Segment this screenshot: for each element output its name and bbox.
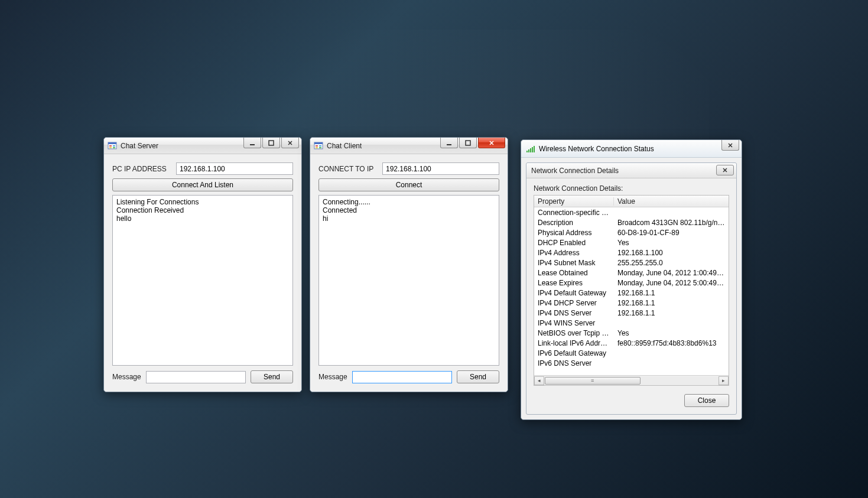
svg-rect-13 <box>319 147 321 148</box>
client-message-label: Message <box>318 373 347 381</box>
wireless-status-title: Wireless Network Connection Status <box>539 145 654 153</box>
property-cell: Lease Obtained <box>534 269 614 277</box>
property-cell: IPv4 Default Gateway <box>534 289 614 297</box>
scroll-track[interactable]: ≡ <box>544 376 719 385</box>
server-send-button[interactable]: Send <box>251 370 293 383</box>
svg-rect-19 <box>532 147 533 152</box>
details-close-button[interactable]: Close <box>684 394 729 407</box>
property-cell: Connection-specific DN... <box>534 209 614 217</box>
table-row[interactable]: Lease ExpiresMonday, June 04, 2012 5:00:… <box>534 278 729 288</box>
property-cell: IPv4 DNS Server <box>534 309 614 317</box>
scroll-left-arrow[interactable]: ◂ <box>534 376 544 385</box>
svg-rect-14 <box>447 144 451 145</box>
connect-to-ip-label: CONNECT TO IP <box>318 165 378 173</box>
chat-client-window: Chat Client CONNECT TO IP Connect Connec… <box>310 137 508 392</box>
minimize-button[interactable] <box>243 138 261 148</box>
svg-rect-15 <box>466 141 470 145</box>
table-row[interactable]: Connection-specific DN... <box>534 207 729 217</box>
minimize-button[interactable] <box>440 138 458 148</box>
table-row[interactable]: IPv4 Default Gateway192.168.1.1 <box>534 288 729 298</box>
app-icon <box>108 141 117 151</box>
svg-rect-9 <box>314 142 323 144</box>
svg-rect-7 <box>269 141 274 145</box>
svg-rect-18 <box>530 148 531 152</box>
server-log-textarea[interactable]: Listening For Connections Connection Rec… <box>112 195 293 366</box>
value-cell: Yes <box>614 329 729 337</box>
connect-and-listen-button[interactable]: Connect And Listen <box>112 178 293 191</box>
value-cell: 192.168.1.100 <box>614 249 729 257</box>
table-row[interactable]: Lease ObtainedMonday, June 04, 2012 1:00… <box>534 268 729 278</box>
close-button[interactable] <box>721 140 739 151</box>
close-button[interactable] <box>281 138 299 148</box>
value-cell: Monday, June 04, 2012 5:00:49 PM <box>614 279 729 287</box>
table-row[interactable]: IPv4 WINS Server <box>534 318 729 328</box>
maximize-button[interactable] <box>262 138 280 148</box>
property-cell: IPv4 WINS Server <box>534 319 614 327</box>
header-property[interactable]: Property <box>534 197 614 206</box>
network-details-title: Network Connection Details <box>531 167 619 175</box>
pc-ip-input[interactable] <box>176 162 293 175</box>
chat-client-titlebar[interactable]: Chat Client <box>310 138 508 154</box>
wireless-status-titlebar[interactable]: Wireless Network Connection Status <box>521 140 742 158</box>
header-value[interactable]: Value <box>614 197 729 206</box>
svg-rect-4 <box>109 147 112 148</box>
table-row[interactable]: Physical Address60-D8-19-01-CF-89 <box>534 227 729 237</box>
svg-rect-6 <box>250 144 255 145</box>
table-row[interactable]: DHCP EnabledYes <box>534 237 729 248</box>
value-cell: Broadcom 4313GN 802.11b/g/n 1x1 Wi- <box>614 219 729 227</box>
value-cell: 255.255.255.0 <box>614 259 729 267</box>
network-details-titlebar[interactable]: Network Connection Details <box>526 163 736 178</box>
chat-client-title: Chat Client <box>327 142 362 150</box>
server-message-label: Message <box>112 373 141 381</box>
property-cell: Link-local IPv6 Address <box>534 339 614 347</box>
scroll-thumb[interactable]: ≡ <box>545 377 641 385</box>
close-button[interactable] <box>478 138 505 148</box>
server-message-input[interactable] <box>146 371 246 383</box>
value-cell: fe80::8959:f75d:4b83:8bd6%13 <box>614 339 729 347</box>
table-row[interactable]: IPv6 DNS Server <box>534 358 729 368</box>
svg-rect-2 <box>109 145 112 147</box>
client-send-button[interactable]: Send <box>457 370 499 383</box>
maximize-button[interactable] <box>459 138 477 148</box>
client-log-textarea[interactable]: Connecting...... Connected hi <box>318 195 499 366</box>
value-cell: 192.168.1.1 <box>614 289 729 297</box>
table-row[interactable]: IPv4 Subnet Mask255.255.255.0 <box>534 258 729 268</box>
details-table: Property Value Connection-specific DN...… <box>534 195 729 386</box>
value-cell: 60-D8-19-01-CF-89 <box>614 229 729 237</box>
table-row[interactable]: IPv4 Address192.168.1.100 <box>534 248 729 258</box>
svg-rect-3 <box>113 145 115 147</box>
svg-rect-10 <box>316 145 318 147</box>
chat-server-title: Chat Server <box>121 142 158 150</box>
property-cell: Lease Expires <box>534 279 614 287</box>
close-button[interactable] <box>716 165 734 175</box>
details-table-header[interactable]: Property Value <box>534 196 729 207</box>
table-row[interactable]: IPv6 Default Gateway <box>534 348 729 358</box>
value-cell: Monday, June 04, 2012 1:00:49 PM <box>614 269 729 277</box>
property-cell: Description <box>534 219 614 227</box>
scroll-right-arrow[interactable]: ▸ <box>719 376 729 385</box>
client-message-input[interactable] <box>352 371 452 383</box>
network-details-dialog: Network Connection Details Network Conne… <box>526 162 737 415</box>
property-cell: NetBIOS over Tcpip En... <box>534 329 614 337</box>
table-row[interactable]: Link-local IPv6 Addressfe80::8959:f75d:4… <box>534 338 729 348</box>
chat-server-titlebar[interactable]: Chat Server <box>104 138 301 154</box>
property-cell: IPv6 Default Gateway <box>534 349 614 357</box>
horizontal-scrollbar[interactable]: ◂ ≡ ▸ <box>534 375 729 385</box>
table-row[interactable]: IPv4 DNS Server192.168.1.1 <box>534 308 729 318</box>
table-row[interactable]: IPv4 DHCP Server192.168.1.1 <box>534 298 729 308</box>
value-cell: 192.168.1.1 <box>614 299 729 307</box>
property-cell: DHCP Enabled <box>534 239 614 247</box>
value-cell: 192.168.1.1 <box>614 309 729 317</box>
value-cell: Yes <box>614 239 729 247</box>
property-cell: IPv4 Subnet Mask <box>534 259 614 267</box>
chat-server-window: Chat Server PC IP ADDRESS Connect And Li… <box>103 137 302 392</box>
svg-rect-11 <box>319 145 321 147</box>
connect-to-ip-input[interactable] <box>382 162 499 175</box>
property-cell: IPv4 DHCP Server <box>534 299 614 307</box>
table-row[interactable]: DescriptionBroadcom 4313GN 802.11b/g/n 1… <box>534 217 729 227</box>
svg-rect-16 <box>526 151 528 152</box>
table-row[interactable]: NetBIOS over Tcpip En...Yes <box>534 328 729 338</box>
connect-button[interactable]: Connect <box>318 178 499 191</box>
pc-ip-label: PC IP ADDRESS <box>112 165 171 173</box>
wireless-status-window: Wireless Network Connection Status Netwo… <box>521 139 742 420</box>
